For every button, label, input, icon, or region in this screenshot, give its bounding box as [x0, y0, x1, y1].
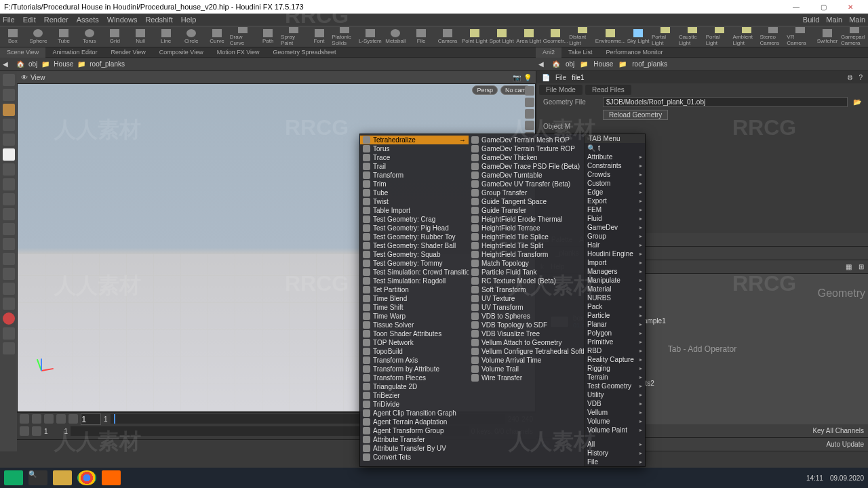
- disp-wi-icon[interactable]: [525, 109, 534, 119]
- shelf-font[interactable]: Font: [307, 27, 332, 46]
- shelf-lsystem[interactable]: L-System: [357, 27, 383, 46]
- shelf-amblight[interactable]: Ambient Light: [733, 27, 760, 46]
- tabmenu-category[interactable]: Terrain: [585, 373, 645, 382]
- tabmenu-category[interactable]: NURBS: [585, 293, 645, 302]
- handle-tool-icon[interactable]: [3, 89, 15, 101]
- disp-sh-icon[interactable]: [525, 121, 534, 130]
- home-icon-2[interactable]: 🏠: [552, 60, 560, 68]
- tabmenu-category[interactable]: RBD: [585, 346, 645, 355]
- clock-time[interactable]: 14:11: [806, 474, 823, 482]
- tabmenu-item[interactable]: GameDev Trace PSD File (Beta): [469, 162, 584, 171]
- tabmenu-item[interactable]: Agent Clip Transition Graph: [360, 409, 469, 418]
- tabmenu-item[interactable]: Convert Tets: [360, 453, 469, 462]
- stepback-button[interactable]: [32, 414, 41, 424]
- tabmenu-item[interactable]: Trim: [360, 180, 469, 188]
- tabmenu-category[interactable]: Fluid: [585, 214, 645, 223]
- tabmenu-item[interactable]: UV Transform: [469, 303, 584, 312]
- shelf-vr[interactable]: VR Camera: [787, 27, 814, 46]
- select-tool-icon[interactable]: [3, 74, 15, 86]
- tabmenu-item[interactable]: VDB Visualize Tree: [469, 329, 584, 338]
- tabmenu-item[interactable]: Time Shift: [360, 303, 469, 312]
- frame-field[interactable]: [81, 413, 101, 425]
- tabmenu-category[interactable]: Crowds: [585, 170, 645, 179]
- tabmenu-item[interactable]: TriDivide: [360, 400, 469, 409]
- shelf-geolight[interactable]: Geometr...: [542, 27, 569, 46]
- menu-redshift[interactable]: Redshift: [145, 16, 172, 24]
- fwd-button[interactable]: [68, 414, 78, 424]
- tabmenu-category[interactable]: Vellum: [585, 408, 645, 417]
- shelf-line[interactable]: Line: [153, 27, 179, 46]
- arrow-tool-icon[interactable]: [3, 148, 15, 161]
- tab-filemode[interactable]: File Mode: [539, 85, 583, 95]
- tabmenu-category[interactable]: Particle: [585, 311, 645, 320]
- filebrowse-icon[interactable]: 📂: [853, 98, 861, 106]
- cook-icon[interactable]: [20, 426, 29, 436]
- tabmenu-item[interactable]: Toon Shader Attributes: [360, 329, 469, 338]
- tabmenu-category[interactable]: FEM: [585, 205, 645, 214]
- snap4-icon[interactable]: [3, 238, 15, 250]
- shelf-sphere[interactable]: Sphere: [26, 27, 52, 46]
- shelf-stereo[interactable]: Stereo Camera: [760, 27, 787, 46]
- tabmenu-item[interactable]: GameDev Terrain Texture ROP: [469, 144, 584, 153]
- tabmenu-item[interactable]: Trace: [360, 153, 469, 162]
- tabmenu-category[interactable]: Volume Paint: [585, 426, 645, 434]
- crumb-obj-2[interactable]: obj: [566, 60, 574, 68]
- grid-icon-2[interactable]: ⊞: [859, 263, 864, 270]
- radial-main[interactable]: Main: [826, 16, 842, 24]
- rewind-button[interactable]: [20, 414, 29, 424]
- tabmenu-item[interactable]: Particle Fluid Tank: [469, 268, 584, 277]
- tabmenu-item[interactable]: RC Texture Model (Beta): [469, 277, 584, 285]
- snap2-icon[interactable]: [3, 208, 15, 220]
- tabmenu-item[interactable]: Volume Arrival Time: [469, 356, 584, 365]
- tabmenu-category[interactable]: Rigging: [585, 364, 645, 373]
- tabmenu-category[interactable]: Material: [585, 285, 645, 293]
- tabmenu-category[interactable]: Manipulate: [585, 276, 645, 285]
- menu-help[interactable]: Help: [181, 16, 197, 24]
- display-icon[interactable]: [3, 298, 15, 310]
- disp-nm-icon[interactable]: [525, 98, 534, 107]
- shelf-null[interactable]: Null: [127, 27, 153, 46]
- shelf-grid[interactable]: Grid: [102, 27, 128, 46]
- snap3-icon[interactable]: [3, 223, 15, 235]
- tabmenu-item[interactable]: Tissue Solver: [360, 321, 469, 329]
- tab-geospread[interactable]: Geometry Spreadsheet: [267, 47, 343, 58]
- tabmenu-category[interactable]: Constraints: [585, 161, 645, 170]
- tabmenu-item[interactable]: Tube: [360, 188, 469, 197]
- tabmenu-category[interactable]: Edge: [585, 188, 645, 197]
- shelf-tube[interactable]: Tube: [51, 27, 77, 46]
- menu-render[interactable]: Render: [44, 16, 68, 24]
- shelf-box[interactable]: Box: [0, 27, 26, 46]
- tabmenu-item[interactable]: Wire Transfer: [469, 373, 584, 382]
- snap-tool-icon[interactable]: [3, 193, 15, 205]
- close-button[interactable]: ✕: [837, 0, 864, 14]
- auto-update-label[interactable]: Auto Update: [826, 441, 864, 448]
- render-icon[interactable]: [3, 312, 15, 325]
- shelf-spotlight[interactable]: Spot Light: [488, 27, 515, 46]
- tabmenu-item[interactable]: HeightField Tile Splice: [469, 232, 584, 241]
- move-tool-icon[interactable]: [3, 104, 15, 116]
- tabmenu-item[interactable]: Test Geometry: Squab: [360, 250, 469, 259]
- tabmenu-category[interactable]: Primitive: [585, 338, 645, 346]
- tabmenu-item[interactable]: TriBezier: [360, 391, 469, 400]
- menu-assets[interactable]: Assets: [77, 16, 99, 24]
- shelf-file[interactable]: File: [408, 27, 434, 46]
- nodename-label[interactable]: file1: [572, 74, 584, 81]
- tabmenu-item[interactable]: Agent Terrain Adaptation: [360, 418, 469, 426]
- layout-icon[interactable]: ▦: [846, 263, 852, 270]
- tabmenu-item[interactable]: Test Geometry: Pig Head: [360, 224, 469, 232]
- tabmenu-item[interactable]: Trail: [360, 162, 469, 171]
- tabmenu-item[interactable]: Torus: [360, 144, 469, 153]
- tabmenu-item[interactable]: HeightField Erode Thermal: [469, 215, 584, 224]
- tabmenu-item[interactable]: HeightField Tile Split: [469, 241, 584, 250]
- crumb-house[interactable]: House: [54, 60, 73, 68]
- shelf-gamepad[interactable]: Gamepad Camera: [841, 27, 868, 46]
- tabmenu-category[interactable]: Pack: [585, 302, 645, 311]
- crumb-obj[interactable]: obj: [28, 60, 37, 68]
- tabmenu-item[interactable]: Agent Transform Group: [360, 426, 469, 435]
- tabmenu-item[interactable]: Attribute Transfer: [360, 435, 469, 444]
- help-icon[interactable]: ?: [859, 74, 863, 81]
- shelf-skylight[interactable]: Sky Light: [625, 27, 652, 46]
- tabmenu-category[interactable]: VDB: [585, 399, 645, 408]
- search-value[interactable]: t: [598, 144, 600, 152]
- tabmenu-item[interactable]: Triangulate 2D: [360, 382, 469, 391]
